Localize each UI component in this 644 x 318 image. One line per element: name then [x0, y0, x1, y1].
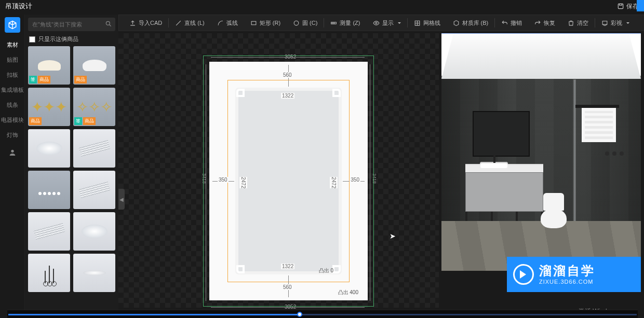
timeline-knob[interactable]: [297, 312, 302, 317]
cat-tietu[interactable]: 贴图: [0, 53, 25, 67]
arc-tool[interactable]: 弧线: [211, 15, 244, 31]
mirror: [473, 111, 530, 157]
dim-inner-w-bot: 1322: [281, 264, 294, 269]
floor-plan[interactable]: 560 560 1322 1322 350 350 2472 2472 凸出 0…: [209, 62, 368, 300]
vanity: [465, 164, 543, 221]
rect-icon: [250, 20, 257, 26]
svg-point-1: [11, 150, 14, 153]
line-icon: [175, 20, 182, 26]
cat-kouban[interactable]: 扣板: [0, 68, 25, 82]
dim-inner-w-top: 1322: [281, 93, 294, 99]
svg-rect-3: [251, 21, 256, 25]
towel: [582, 108, 616, 142]
cat-sucai[interactable]: 素材: [0, 38, 25, 52]
asset-thumb[interactable]: [73, 212, 115, 251]
inner-room[interactable]: [235, 88, 342, 274]
wall-hooks: [603, 150, 625, 155]
vent-icon: [78, 182, 110, 198]
undo-button[interactable]: 撤销: [495, 15, 528, 31]
panel-collapse-handle[interactable]: ◀: [118, 189, 125, 210]
right-edge-strip[interactable]: [637, 0, 644, 11]
asset-thumb[interactable]: [73, 129, 115, 168]
badge-sign: 签: [29, 76, 37, 84]
view-icon: [601, 20, 608, 26]
dim-right-gap: 350: [350, 177, 360, 183]
badge-prod: 商品: [29, 117, 42, 125]
dim-left-gap: 350: [218, 177, 229, 183]
cat-dianqi[interactable]: 电器模块: [0, 113, 25, 127]
watermark-sub: ZIXUE.3D66.COM: [539, 279, 595, 285]
render-preview[interactable]: [441, 33, 641, 271]
ruler-icon: [330, 20, 337, 26]
clear-icon: [568, 20, 574, 26]
dim-inner-h-l: 2472: [239, 177, 247, 188]
watermark: 溜溜自学 ZIXUE.3D66.COM: [507, 257, 641, 292]
grid-button[interactable]: 网格线: [408, 15, 447, 31]
grid-icon: [414, 20, 421, 26]
arc-icon: [217, 20, 224, 26]
cube-icon: [8, 20, 17, 30]
eye-icon: [373, 20, 380, 26]
svg-point-4: [294, 21, 299, 25]
vent-icon: [78, 140, 110, 157]
asset-thumb[interactable]: 商品: [73, 46, 115, 85]
vent-icon: [33, 223, 65, 240]
asset-thumb[interactable]: ✧✧✧ 签商品: [73, 88, 115, 126]
play-icon: [513, 264, 534, 285]
rect-tool[interactable]: 矩形 (R): [244, 15, 287, 31]
dim-bottom-gap: 560: [282, 284, 293, 290]
glass-partition: [574, 80, 575, 221]
badge-prod: 商品: [74, 76, 87, 84]
dim-inner-h-r: 2472: [330, 177, 338, 188]
chandelier-icon: ✦✦✦: [31, 99, 67, 116]
badge-sign: 签: [74, 117, 82, 125]
modern-icon: [35, 185, 64, 195]
svg-rect-7: [602, 21, 607, 24]
asset-thumb[interactable]: [73, 254, 115, 292]
circle-tool[interactable]: 圆 (C): [287, 15, 324, 31]
cat-jicheng[interactable]: 集成墙板: [0, 83, 25, 97]
redo-button[interactable]: 恢复: [528, 15, 561, 31]
cat-dengshi[interactable]: 灯饰: [0, 128, 25, 142]
asset-thumb[interactable]: [73, 171, 115, 209]
badge-prod: 商品: [38, 76, 50, 84]
circle-icon: [293, 20, 300, 26]
video-timeline[interactable]: [7, 310, 638, 318]
search-icon[interactable]: [105, 20, 112, 29]
asset-thumb[interactable]: [28, 171, 70, 209]
faucet: [493, 156, 495, 163]
asset-thumb[interactable]: 签商品: [28, 46, 70, 85]
cat-xiantiao[interactable]: 线条: [0, 98, 25, 112]
save-icon: [617, 3, 624, 10]
user-icon[interactable]: [8, 148, 17, 158]
material-icon: [453, 20, 460, 26]
protrude-outer: 凸出 400: [338, 289, 358, 296]
upload-icon: [129, 20, 136, 26]
home-cube-button[interactable]: [5, 17, 20, 33]
clear-button[interactable]: 清空: [561, 15, 595, 31]
asset-thumb[interactable]: [28, 129, 70, 168]
line-tool[interactable]: 直线 (L): [169, 15, 211, 31]
material-button[interactable]: 材质库 (B): [447, 15, 495, 31]
filter-checkbox[interactable]: [29, 36, 35, 43]
view-dropdown[interactable]: 彩视: [595, 15, 636, 31]
chandelier-icon: ✧✧✧: [76, 99, 112, 116]
display-dropdown[interactable]: 显示: [367, 15, 407, 31]
badge-prod: 商品: [83, 117, 96, 125]
asset-thumb[interactable]: ✦✦✦ 商品: [28, 88, 70, 126]
measure-tool[interactable]: 测量 (Z): [324, 15, 366, 31]
svg-point-6: [375, 22, 377, 23]
ceiling: [441, 33, 641, 79]
asset-thumb[interactable]: [28, 254, 70, 292]
spotlight-icon: [82, 225, 108, 238]
svg-point-2: [106, 21, 110, 25]
asset-thumb[interactable]: [28, 212, 70, 251]
dome-icon: [83, 60, 106, 71]
search-input[interactable]: [28, 18, 115, 31]
watermark-main: 溜溜自学: [539, 264, 595, 279]
pendant-icon: [38, 60, 61, 71]
pendant-trio-icon: [45, 262, 54, 283]
design-canvas[interactable]: ◀ 3052 3052 3418 3418 560 560 1322 13: [118, 33, 439, 308]
import-cad-button[interactable]: 导入CAD: [123, 15, 168, 31]
save-button[interactable]: 保存: [617, 2, 639, 11]
